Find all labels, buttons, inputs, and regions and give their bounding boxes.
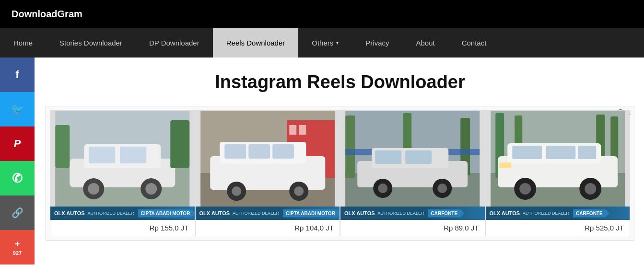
svg-point-23 [232,186,241,196]
page-title: Instagram Reels Downloader [46,72,634,92]
social-sidebar: f 🐦 P ✆ 🔗 + 927 [0,58,35,250]
car-image [196,111,340,207]
link-icon: 🔗 [12,207,23,218]
whatsapp-share-button[interactable]: ✆ [0,161,35,196]
car-image [486,111,630,207]
nav-item-reels[interactable]: Reels Downloader [213,28,299,58]
car-price: Rp 89,0 JT [340,220,485,236]
svg-point-37 [378,184,387,193]
svg-rect-48 [512,146,542,159]
site-logo: DownloadGram [12,9,82,19]
car-image [340,111,485,207]
authorized-dealer-label: AUTHORIZED DEALER [88,211,134,216]
authorized-dealer-label: AUTHORIZED DEALER [523,211,569,216]
nav-item-home[interactable]: Home [0,28,46,58]
svg-point-25 [294,186,304,196]
svg-point-53 [519,183,531,195]
dealer-name: CIPTA ABADI MOTOR [138,209,195,218]
car-card-2[interactable]: OLX AUTOS AUTHORIZED DEALER CIPTA ABADI … [195,110,340,236]
share-count: 927 [13,250,22,251]
facebook-icon: f [15,69,19,81]
svg-rect-15 [289,125,296,135]
car-price: Rp 104,0 JT [196,220,340,236]
copy-link-button[interactable]: 🔗 [0,196,35,230]
olx-autos-label: OLX AUTOS [490,210,520,216]
car-price: Rp 155,0 JT [50,220,195,236]
svg-rect-51 [499,162,511,168]
car-image [50,111,195,207]
more-share-button[interactable]: + 927 [0,230,35,250]
svg-point-55 [585,183,596,195]
pinterest-icon: P [14,138,21,150]
car-badge-bar: OLX AUTOS AUTHORIZED DEALER CIPTA ABADI … [196,207,340,220]
nav-item-contact[interactable]: Contact [448,28,500,58]
svg-rect-5 [120,147,146,163]
nav-item-dp[interactable]: DP Downloader [136,28,213,58]
plus-icon: + [15,239,20,249]
car-badge-bar: OLX AUTOS AUTHORIZED DEALER CARFONTE [340,207,485,220]
car-card-1[interactable]: OLX AUTOS AUTHORIZED DEALER CIPTA ABADI … [50,110,195,236]
cars-grid: OLX AUTOS AUTHORIZED DEALER CIPTA ABADI … [50,110,630,236]
svg-rect-4 [89,147,115,163]
whatsapp-icon: ✆ [12,171,23,186]
ad-container: i × OLX AUTOS AUTHORIZED DEALER CIPTA AB… [46,106,634,241]
facebook-share-button[interactable]: f [0,58,35,92]
car-badge-bar: OLX AUTOS AUTHORIZED DEALER CIPTA ABADI … [50,207,195,220]
authorized-dealer-label: AUTHORIZED DEALER [233,211,279,216]
svg-rect-20 [248,144,270,159]
svg-point-39 [437,184,447,193]
dealer-name: CIPTA ABADI MOTOR [283,209,340,218]
main-nav: HomeStories DownloaderDP DownloaderReels… [0,28,644,58]
pinterest-share-button[interactable]: P [0,126,35,161]
svg-rect-11 [170,120,189,168]
car-badge-bar: OLX AUTOS AUTHORIZED DEALER CARFONTE [486,207,630,220]
svg-rect-28 [345,115,355,178]
olx-autos-label: OLX AUTOS [54,210,85,216]
chevron-down-icon: ▾ [336,40,339,46]
dealer-name: CARFONTE [428,209,465,218]
svg-rect-34 [375,150,401,164]
nav-item-others[interactable]: Others▾ [298,28,352,58]
car-card-3[interactable]: OLX AUTOS AUTHORIZED DEALER CARFONTE Rp … [340,110,485,236]
dealer-name: CARFONTE [573,209,609,218]
svg-rect-21 [272,144,294,159]
svg-rect-19 [224,144,246,159]
twitter-share-button[interactable]: 🐦 [0,92,35,126]
svg-rect-49 [546,146,575,159]
nav-item-stories[interactable]: Stories Downloader [46,28,136,58]
nav-item-privacy[interactable]: Privacy [352,28,402,58]
olx-autos-label: OLX AUTOS [199,210,230,216]
svg-rect-10 [55,125,70,168]
twitter-icon: 🐦 [11,103,24,115]
svg-rect-35 [405,150,432,164]
nav-item-about[interactable]: About [402,28,448,58]
car-card-4[interactable]: OLX AUTOS AUTHORIZED DEALER CARFONTE Rp … [485,110,631,236]
main-content: Instagram Reels Downloader i × OLX AUTOS [36,58,644,250]
authorized-dealer-label: AUTHORIZED DEALER [378,211,424,216]
olx-autos-label: OLX AUTOS [344,210,375,216]
svg-point-7 [88,183,99,195]
car-price: Rp 525,0 JT [486,220,630,236]
svg-point-9 [145,183,157,195]
svg-rect-16 [299,125,306,135]
svg-rect-50 [578,146,596,159]
